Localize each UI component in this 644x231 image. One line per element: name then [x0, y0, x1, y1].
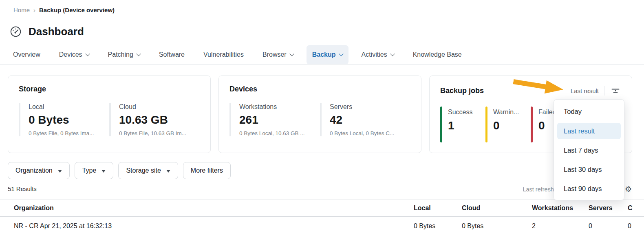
stat-label: Success [448, 109, 485, 116]
stat-subtext: 0 Bytes File, 0 Bytes Ima... [29, 130, 99, 136]
storage-card: Storage Local 0 Bytes 0 Bytes File, 0 By… [8, 76, 211, 153]
stat-servers: Servers 42 0 Bytes Local, 0 Bytes C... [320, 103, 400, 136]
menu-item-last-7-days[interactable]: Last 7 days [554, 141, 624, 160]
cell-workstations: 2 [532, 222, 589, 230]
tab-label: Activities [362, 51, 387, 58]
dashboard-gauge-icon [10, 26, 22, 38]
devices-stats: Workstations 261 0 Bytes Local, 10.63 GB… [229, 103, 410, 136]
column-header-local[interactable]: Local [414, 204, 462, 212]
storage-card-title: Storage [19, 85, 200, 93]
menu-item-last-90-days[interactable]: Last 90 days [554, 179, 624, 198]
backup-jobs-controls: Last result [571, 85, 621, 96]
storage-site-filter-button[interactable]: Storage site [118, 162, 178, 179]
tab-label: Software [159, 51, 185, 58]
tab-devices[interactable]: Devices [53, 45, 95, 64]
stat-label: Local [29, 103, 99, 111]
stat-value: 1 [448, 119, 485, 132]
tab-label: Overview [13, 51, 40, 58]
stat-label: Workstations [239, 103, 309, 111]
backup-jobs-period-value[interactable]: Last result [571, 87, 599, 94]
results-meta-row: 51 Results Last refresh: ⚙ [0, 185, 644, 193]
failed-accent-bar [531, 107, 533, 142]
last-refresh-label: Last refresh: [523, 186, 556, 193]
column-header-workstations[interactable]: Workstations [532, 204, 589, 212]
stat-value: 10.63 GB [119, 113, 189, 127]
stat-label: Cloud [119, 103, 189, 111]
table-header-row: Organization Local Cloud Workstations Se… [0, 199, 644, 217]
chevron-down-icon [136, 51, 141, 56]
tab-browser[interactable]: Browser [257, 45, 299, 64]
cell-organization: NR - CR Apr 21, 2025 at 16:32:13 [0, 222, 414, 230]
tab-label: Devices [59, 51, 82, 58]
tab-label: Knowledge Base [413, 51, 462, 58]
page-title: Dashboard [29, 25, 84, 38]
stat-subtext: 0 Bytes File, 10.63 GB Im... [119, 130, 189, 136]
filter-button-label: More filters [191, 167, 223, 174]
breadcrumb-current: Backup (Device overview) [39, 7, 115, 13]
gear-icon: ⚙ [625, 185, 632, 193]
stat-workstations: Workstations 261 0 Bytes Local, 10.63 GB… [229, 103, 309, 136]
stat-cloud: Cloud 10.63 GB 0 Bytes File, 10.63 GB Im… [109, 103, 189, 136]
organization-filter-button[interactable]: Organization [8, 162, 70, 179]
chevron-down-icon [390, 51, 395, 56]
stat-warning: Warnin... 0 [485, 106, 531, 143]
tab-label: Patching [108, 51, 133, 58]
table-row[interactable]: NR - CR Apr 21, 2025 at 16:32:13 0 Bytes… [0, 217, 644, 230]
column-header-cloud[interactable]: Cloud [462, 204, 532, 212]
backup-jobs-header: Backup jobs Last result [440, 85, 621, 96]
period-filter-dropdown-menu: Today Last result Last 7 days Last 30 da… [554, 99, 624, 200]
type-filter-button[interactable]: Type [75, 162, 114, 179]
summary-cards-row: Storage Local 0 Bytes 0 Bytes File, 0 By… [0, 76, 644, 153]
results-count: 51 Results [8, 185, 37, 192]
tab-vulnerabilities[interactable]: Vulnerabilities [198, 45, 249, 64]
tab-bar: Overview Devices Patching Software Vulne… [0, 45, 644, 65]
cell-local: 0 Bytes [414, 222, 462, 230]
filter-button-label: Type [82, 167, 97, 174]
tab-label: Backup [312, 51, 336, 58]
breadcrumb-home-link[interactable]: Home [13, 7, 30, 13]
stat-success: Success 1 [440, 106, 485, 143]
column-header-servers[interactable]: Servers [589, 204, 628, 212]
tab-label: Browser [262, 51, 287, 58]
more-filters-button[interactable]: More filters [183, 162, 231, 179]
cell-cloud: 0 Bytes [462, 222, 532, 230]
breadcrumb-separator: › [33, 7, 35, 13]
tab-overview[interactable]: Overview [7, 45, 46, 64]
stat-subtext: 0 Bytes Local, 10.63 GB ... [239, 130, 309, 136]
storage-stats: Local 0 Bytes 0 Bytes File, 0 Bytes Ima.… [19, 103, 200, 136]
dropdown-arrow-icon [101, 170, 106, 173]
menu-item-today[interactable]: Today [554, 102, 624, 121]
tab-backup[interactable]: Backup [307, 45, 348, 64]
menu-item-last-result[interactable]: Last result [557, 123, 621, 139]
filter-button-label: Storage site [126, 167, 161, 174]
chevron-down-icon [339, 51, 343, 56]
results-table: Organization Local Cloud Workstations Se… [0, 199, 644, 230]
chevron-down-icon [289, 51, 294, 56]
vertical-divider [604, 86, 604, 96]
dropdown-arrow-icon [166, 170, 170, 173]
breadcrumb: Home › Backup (Device overview) [0, 0, 644, 14]
stat-value: 0 Bytes [29, 113, 99, 127]
column-header-c[interactable]: C [628, 204, 644, 212]
cell-c: 0 [628, 222, 644, 230]
menu-item-last-30-days[interactable]: Last 30 days [554, 160, 624, 179]
stat-subtext: 0 Bytes Local, 0 Bytes C... [330, 130, 400, 136]
backup-jobs-card-title: Backup jobs [440, 87, 484, 95]
stat-local: Local 0 Bytes 0 Bytes File, 0 Bytes Ima.… [19, 103, 99, 136]
page-header: Dashboard [10, 24, 644, 38]
tab-software[interactable]: Software [153, 45, 190, 64]
filters-row: Organization Type Storage site More filt… [0, 162, 644, 179]
tab-knowledge-base[interactable]: Knowledge Base [407, 45, 468, 64]
tab-label: Vulnerabilities [203, 51, 244, 58]
stat-label: Warnin... [493, 109, 531, 116]
dropdown-arrow-icon [58, 170, 62, 173]
chevron-down-icon [85, 51, 90, 56]
stat-value: 0 [493, 119, 531, 132]
devices-card: Devices Workstations 261 0 Bytes Local, … [218, 76, 421, 153]
filter-lines-icon[interactable] [610, 85, 621, 96]
filter-button-label: Organization [15, 167, 53, 174]
column-header-organization[interactable]: Organization [0, 204, 414, 212]
success-accent-bar [440, 107, 442, 142]
tab-activities[interactable]: Activities [356, 45, 400, 64]
tab-patching[interactable]: Patching [102, 45, 146, 64]
